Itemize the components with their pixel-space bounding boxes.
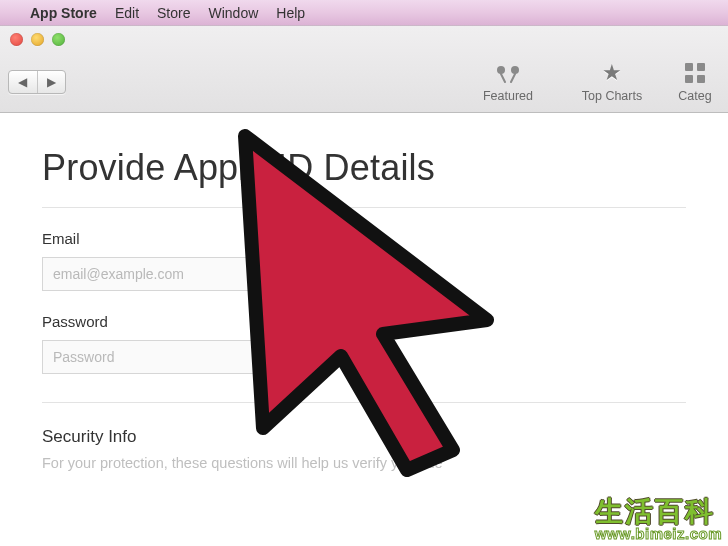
nav-back-button[interactable]: ◀ (9, 71, 38, 93)
traffic-lights (10, 33, 65, 46)
menubar-item-edit[interactable]: Edit (115, 5, 139, 21)
tab-label: Categ (678, 89, 711, 103)
divider (42, 402, 686, 403)
tab-top-charts[interactable]: ★ Top Charts (566, 61, 658, 103)
menubar-item-help[interactable]: Help (276, 5, 305, 21)
nav-forward-button[interactable]: ▶ (38, 71, 66, 93)
watermark-text-cn: 生活百科 (595, 497, 722, 526)
macos-menubar: App Store Edit Store Window Help (0, 0, 728, 26)
menubar-item-window[interactable]: Window (208, 5, 258, 21)
tab-categories[interactable]: Categ (670, 61, 720, 103)
security-info-desc: For your protection, these questions wil… (42, 455, 686, 471)
svg-rect-3 (697, 63, 705, 71)
chevron-right-icon: ▶ (47, 75, 56, 89)
password-field[interactable] (42, 340, 290, 374)
menubar-app-name[interactable]: App Store (30, 5, 97, 21)
password-label: Password (42, 313, 686, 330)
tab-label: Featured (483, 89, 533, 103)
nav-back-forward: ◀ ▶ (8, 70, 66, 94)
divider (42, 207, 686, 208)
minimize-icon[interactable] (31, 33, 44, 46)
svg-rect-5 (697, 75, 705, 83)
email-field[interactable] (42, 257, 290, 291)
page-title: Provide Apple ID Details (42, 147, 686, 189)
close-icon[interactable] (10, 33, 23, 46)
tab-featured[interactable]: Featured (462, 61, 554, 103)
svg-rect-4 (685, 75, 693, 83)
top-charts-icon: ★ (602, 61, 622, 85)
categories-icon (684, 61, 706, 85)
page-content: Provide Apple ID Details Email Password … (0, 113, 728, 471)
menubar-item-store[interactable]: Store (157, 5, 190, 21)
svg-point-1 (511, 66, 519, 74)
app-window-chrome: ◀ ▶ Featured ★ Top Charts (0, 26, 728, 113)
svg-rect-2 (685, 63, 693, 71)
tab-label: Top Charts (582, 89, 642, 103)
watermark: 生活百科 www.bimeiz.com (595, 497, 722, 542)
svg-point-0 (497, 66, 505, 74)
security-info-title: Security Info (42, 427, 686, 447)
window-toolbar: ◀ ▶ Featured ★ Top Charts (0, 52, 728, 112)
featured-icon (491, 61, 525, 85)
email-label: Email (42, 230, 686, 247)
zoom-icon[interactable] (52, 33, 65, 46)
window-titlebar (0, 26, 728, 52)
watermark-text-url: www.bimeiz.com (595, 526, 722, 542)
chevron-left-icon: ◀ (18, 75, 27, 89)
